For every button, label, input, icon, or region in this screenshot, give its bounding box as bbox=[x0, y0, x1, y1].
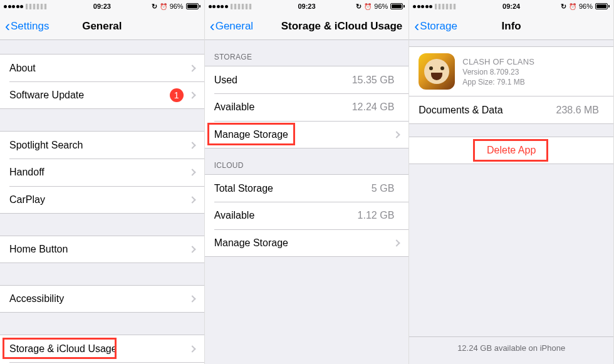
row-carplay[interactable]: CarPlay bbox=[0, 186, 204, 214]
alarm-icon bbox=[160, 3, 167, 10]
signal-icon bbox=[209, 5, 228, 8]
row-total-storage: Total Storage 5 GB bbox=[205, 174, 409, 202]
row-label: Available bbox=[214, 101, 352, 113]
chevron-left-icon: ‹ bbox=[414, 19, 419, 34]
chevron-right-icon bbox=[189, 169, 195, 175]
chevron-right-icon bbox=[189, 246, 195, 252]
chevron-right-icon bbox=[189, 65, 195, 71]
back-label: General bbox=[216, 20, 253, 33]
row-value: 15.35 GB bbox=[352, 75, 395, 86]
row-manage-icloud[interactable]: Manage Storage bbox=[205, 229, 409, 257]
row-label: Manage Storage bbox=[214, 237, 395, 249]
row-label: Handoff bbox=[9, 167, 190, 178]
rotation-lock-icon bbox=[561, 3, 566, 11]
chevron-left-icon: ‹ bbox=[5, 19, 10, 34]
page-title: General bbox=[82, 20, 122, 33]
status-time: 09:23 bbox=[298, 3, 315, 10]
page-title: Info bbox=[502, 20, 521, 33]
row-value: 238.6 MB bbox=[556, 105, 598, 116]
section-header-icloud: ICLOUD bbox=[205, 148, 409, 174]
row-label: Manage Storage bbox=[214, 129, 395, 140]
status-time: 09:23 bbox=[93, 3, 111, 10]
section-header-storage: STORAGE bbox=[205, 40, 409, 66]
chevron-right-icon bbox=[189, 91, 195, 98]
signal-icon bbox=[4, 5, 23, 8]
row-label: About bbox=[9, 63, 190, 74]
row-documents-data: Documents & Data 238.6 MB bbox=[409, 96, 613, 124]
chevron-right-icon bbox=[189, 196, 195, 203]
page-title: Storage & iCloud Usage bbox=[281, 20, 403, 33]
back-label: Settings bbox=[11, 20, 49, 33]
nav-bar: ‹ Settings General bbox=[0, 13, 204, 40]
nav-bar: ‹ General Storage & iCloud Usage bbox=[205, 13, 409, 40]
row-value: 12.24 GB bbox=[352, 101, 395, 113]
nav-bar: ‹ Storage Info bbox=[409, 13, 613, 40]
back-button[interactable]: ‹ Settings bbox=[5, 19, 49, 34]
chevron-right-icon bbox=[189, 142, 195, 148]
rotation-lock-icon bbox=[152, 3, 157, 11]
battery-icon bbox=[186, 3, 200, 9]
pane-app-info: 09:24 96% ‹ Storage Info CLASH OF CLANS … bbox=[409, 0, 614, 364]
app-card: CLASH OF CLANS Version 8.709.23 App Size… bbox=[409, 46, 613, 96]
row-storage-icloud[interactable]: Storage & iCloud Usage bbox=[0, 335, 204, 362]
row-spotlight[interactable]: Spotlight Search bbox=[0, 131, 204, 159]
row-label: Available bbox=[214, 210, 358, 221]
row-about[interactable]: About bbox=[0, 54, 204, 81]
app-icon bbox=[419, 53, 455, 90]
rotation-lock-icon bbox=[356, 3, 362, 11]
app-version: Version 8.709.23 bbox=[462, 68, 534, 76]
battery-percent: 96% bbox=[170, 3, 184, 10]
row-label: Total Storage bbox=[214, 183, 372, 194]
back-label: Storage bbox=[420, 20, 457, 33]
row-icloud-available: Available 1.12 GB bbox=[205, 202, 409, 229]
row-label: Used bbox=[214, 75, 352, 86]
row-label: Accessibility bbox=[9, 293, 190, 304]
row-label: Spotlight Search bbox=[9, 140, 190, 151]
pane-storage-icloud: 09:23 96% ‹ General Storage & iCloud Usa… bbox=[205, 0, 410, 364]
status-time: 09:24 bbox=[502, 3, 520, 10]
battery-icon bbox=[595, 3, 610, 9]
row-home-button[interactable]: Home Button bbox=[0, 236, 204, 263]
row-label: Home Button bbox=[9, 244, 190, 255]
chevron-right-icon bbox=[189, 295, 195, 302]
battery-percent: 96% bbox=[579, 3, 593, 10]
signal-icon bbox=[413, 5, 432, 8]
row-label: Storage & iCloud Usage bbox=[9, 343, 190, 355]
row-used: Used 15.35 GB bbox=[205, 66, 409, 93]
row-manage-storage[interactable]: Manage Storage bbox=[205, 121, 409, 148]
row-label: Documents & Data bbox=[419, 105, 556, 116]
update-badge: 1 bbox=[170, 88, 184, 102]
carrier-label bbox=[435, 4, 456, 9]
row-software-update[interactable]: Software Update 1 bbox=[0, 81, 204, 109]
chevron-right-icon bbox=[189, 345, 195, 352]
delete-label: Delete App bbox=[487, 145, 536, 156]
row-value: 1.12 GB bbox=[358, 210, 395, 221]
status-bar: 09:23 96% bbox=[0, 0, 204, 13]
battery-icon bbox=[390, 3, 405, 9]
chevron-right-icon bbox=[393, 131, 400, 138]
chevron-left-icon: ‹ bbox=[210, 19, 215, 34]
row-label: CarPlay bbox=[9, 194, 190, 205]
alarm-icon bbox=[569, 3, 576, 10]
pane-general: 09:23 96% ‹ Settings General About Softw… bbox=[0, 0, 205, 364]
back-button[interactable]: ‹ Storage bbox=[414, 19, 457, 34]
row-accessibility[interactable]: Accessibility bbox=[0, 285, 204, 313]
battery-percent: 96% bbox=[374, 3, 388, 10]
footer-available: 12.24 GB available on iPhone bbox=[409, 336, 613, 359]
app-size: App Size: 79.1 MB bbox=[462, 78, 534, 86]
row-handoff[interactable]: Handoff bbox=[0, 159, 204, 186]
back-button[interactable]: ‹ General bbox=[210, 19, 253, 34]
alarm-icon bbox=[364, 3, 372, 10]
row-value: 5 GB bbox=[372, 183, 394, 194]
row-label: Software Update bbox=[9, 90, 170, 101]
delete-app-button[interactable]: Delete App bbox=[409, 137, 613, 164]
app-name: CLASH OF CLANS bbox=[462, 57, 534, 66]
status-bar: 09:23 96% bbox=[205, 0, 409, 13]
status-bar: 09:24 96% bbox=[409, 0, 613, 13]
carrier-label bbox=[26, 4, 47, 9]
chevron-right-icon bbox=[393, 239, 400, 246]
carrier-label bbox=[231, 4, 252, 9]
row-available: Available 12.24 GB bbox=[205, 93, 409, 121]
